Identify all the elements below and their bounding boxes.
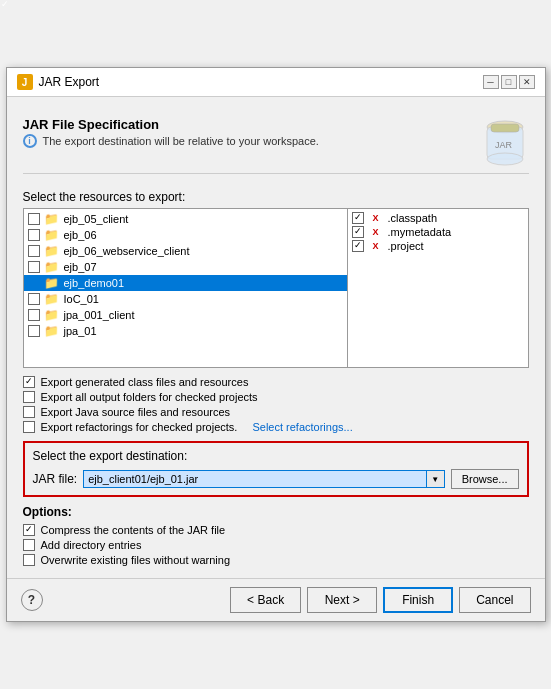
checkbox-directory[interactable] xyxy=(23,539,35,551)
jar-dropdown-button[interactable]: ▼ xyxy=(426,471,444,487)
jar-label: JAR file: xyxy=(33,472,78,486)
help-button[interactable]: ? xyxy=(21,589,43,611)
checkbox-classpath[interactable] xyxy=(352,212,364,224)
folder-icon: 📁 xyxy=(44,324,60,338)
info-icon: i xyxy=(23,134,37,148)
checkbox-overwrite[interactable] xyxy=(23,554,35,566)
dialog-title: JAR Export xyxy=(39,75,100,89)
resources-panel: 📁 ejb_05_client 📁 ejb_06 📁 ejb_06_webser… xyxy=(23,208,529,368)
title-bar: J JAR Export ─ □ ✕ xyxy=(7,68,545,97)
item-label: ejb_06 xyxy=(64,229,97,241)
browse-button[interactable]: Browse... xyxy=(451,469,519,489)
jar-input[interactable] xyxy=(84,471,425,487)
item-label: IoC_01 xyxy=(64,293,99,305)
folder-icon: 📁 xyxy=(44,244,60,258)
dialog-content: JAR File Specification i The export dest… xyxy=(7,97,545,578)
compress-options: Options: Compress the contents of the JA… xyxy=(23,505,529,566)
folder-icon: 📁 xyxy=(44,228,60,242)
section-heading: JAR File Specification xyxy=(23,117,319,132)
item-label: .mymetadata xyxy=(388,226,452,238)
item-label: .classpath xyxy=(388,212,438,224)
checkbox-export-class[interactable] xyxy=(23,376,35,388)
export-refactor-row[interactable]: Export refactorings for checked projects… xyxy=(23,421,529,433)
maximize-button[interactable]: □ xyxy=(501,75,517,89)
directory-label: Add directory entries xyxy=(41,539,142,551)
minimize-button[interactable]: ─ xyxy=(483,75,499,89)
destination-label: Select the export destination: xyxy=(33,449,519,463)
list-item[interactable]: 📁 jpa_01 xyxy=(24,323,347,339)
checkbox-ejb06[interactable] xyxy=(28,229,40,241)
directory-row[interactable]: Add directory entries xyxy=(23,539,529,551)
folder-icon: 📁 xyxy=(44,276,60,290)
list-item-project[interactable]: X .project xyxy=(348,239,528,253)
checkbox-jpa001[interactable] xyxy=(28,309,40,321)
list-item-classpath[interactable]: X .classpath xyxy=(348,211,528,225)
item-label: ejb_07 xyxy=(64,261,97,273)
item-label: .project xyxy=(388,240,424,252)
select-refactorings-link[interactable]: Select refactorings... xyxy=(252,421,352,433)
jar-row: JAR file: ▼ Browse... xyxy=(33,469,519,489)
checkbox-export-output[interactable] xyxy=(23,391,35,403)
checkbox-ejbdemo01[interactable] xyxy=(28,277,40,289)
overwrite-row[interactable]: Overwrite existing files without warning xyxy=(23,554,529,566)
jar-export-dialog: J JAR Export ─ □ ✕ JAR File Specificatio… xyxy=(6,67,546,622)
jar-input-wrap: ▼ xyxy=(83,470,444,488)
item-label: ejb_05_client xyxy=(64,213,129,225)
checkbox-jpa01[interactable] xyxy=(28,325,40,337)
folder-icon: 📁 xyxy=(44,292,60,306)
close-button[interactable]: ✕ xyxy=(519,75,535,89)
checkbox-project[interactable] xyxy=(352,240,364,252)
checkbox-compress[interactable] xyxy=(23,524,35,536)
list-item-selected[interactable]: 📁 ejb_demo01 xyxy=(24,275,347,291)
export-source-label: Export Java source files and resources xyxy=(41,406,231,418)
list-item[interactable]: 📁 ejb_07 xyxy=(24,259,347,275)
list-item[interactable]: 📁 jpa_001_client xyxy=(24,307,347,323)
back-button[interactable]: < Back xyxy=(230,587,301,613)
export-refactor-label: Export refactorings for checked projects… xyxy=(41,421,238,433)
compress-label: Compress the contents of the JAR file xyxy=(41,524,226,536)
checkbox-export-source[interactable] xyxy=(23,406,35,418)
resources-section: Select the resources to export: 📁 ejb_05… xyxy=(23,190,529,368)
checkbox-ejb07[interactable] xyxy=(28,261,40,273)
list-item[interactable]: 📁 ejb_05_client xyxy=(24,211,347,227)
checkbox-mymetadata[interactable] xyxy=(352,226,364,238)
export-output-row[interactable]: Export all output folders for checked pr… xyxy=(23,391,529,403)
destination-section: Select the export destination: JAR file:… xyxy=(23,441,529,497)
cancel-button[interactable]: Cancel xyxy=(459,587,530,613)
options-heading: Options: xyxy=(23,505,529,519)
svg-rect-3 xyxy=(491,124,519,132)
header-text-area: JAR File Specification i The export dest… xyxy=(23,117,319,152)
checkbox-ioc01[interactable] xyxy=(28,293,40,305)
folder-icon: 📁 xyxy=(44,308,60,322)
item-label: jpa_01 xyxy=(64,325,97,337)
export-class-row[interactable]: Export generated class files and resourc… xyxy=(23,376,529,388)
checkbox-export-refactor[interactable] xyxy=(23,421,35,433)
export-options: Export generated class files and resourc… xyxy=(23,376,529,433)
nav-buttons: < Back Next > Finish Cancel xyxy=(230,587,530,613)
list-item[interactable]: 📁 ejb_06_webservice_client xyxy=(24,243,347,259)
export-source-row[interactable]: Export Java source files and resources xyxy=(23,406,529,418)
folder-icon: 📁 xyxy=(44,212,60,226)
list-item-mymetadata[interactable]: X .mymetadata xyxy=(348,225,528,239)
list-item[interactable]: 📁 ejb_06 xyxy=(24,227,347,243)
svg-text:JAR: JAR xyxy=(495,140,513,150)
jar-image: JAR xyxy=(481,117,529,169)
checkbox-ejb05[interactable] xyxy=(28,213,40,225)
export-output-label: Export all output folders for checked pr… xyxy=(41,391,258,403)
header-section: JAR File Specification i The export dest… xyxy=(23,109,529,174)
info-row: i The export destination will be relativ… xyxy=(23,134,319,148)
next-button[interactable]: Next > xyxy=(307,587,377,613)
resources-label: Select the resources to export: xyxy=(23,190,529,204)
folder-icon: 📁 xyxy=(44,260,60,274)
item-label: ejb_demo01 xyxy=(64,277,125,289)
checkbox-ejb06ws[interactable] xyxy=(28,245,40,257)
xml-icon: X xyxy=(368,241,384,251)
xml-icon: X xyxy=(368,213,384,223)
compress-row[interactable]: Compress the contents of the JAR file xyxy=(23,524,529,536)
finish-button[interactable]: Finish xyxy=(383,587,453,613)
bottom-bar: ? < Back Next > Finish Cancel xyxy=(7,578,545,621)
list-item[interactable]: 📁 IoC_01 xyxy=(24,291,347,307)
svg-point-2 xyxy=(487,153,523,165)
xml-icon: X xyxy=(368,227,384,237)
right-list: X .classpath X .mymetadata X .project xyxy=(348,209,528,367)
